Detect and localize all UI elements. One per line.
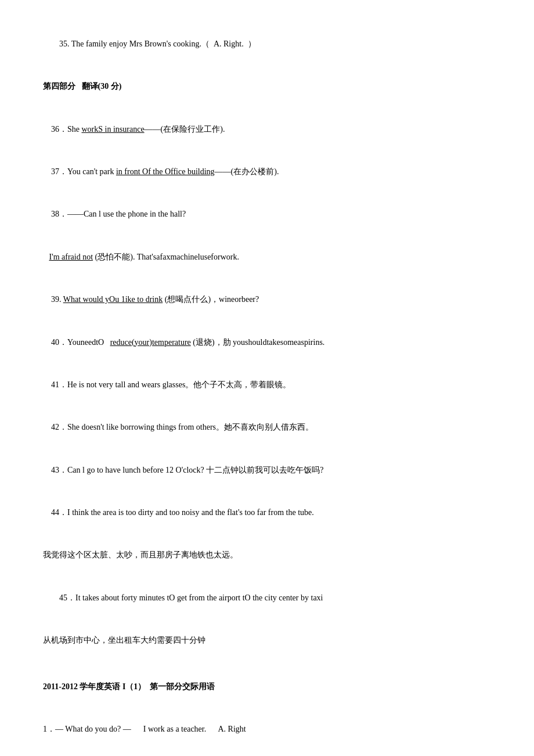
- line-q1: 1．— What do you do? — I work as a teache…: [35, 708, 499, 750]
- line-38: 38．——Can l use the phone in the hall?: [35, 194, 499, 235]
- line-44: 44．I think the area is too dirty and too…: [35, 492, 499, 533]
- line-35: 35. The family enjoy Mrs Brown's cooking…: [35, 23, 499, 64]
- line-45-zh: 从机场到市中心，坐出租车大约需要四十分钟: [35, 620, 499, 661]
- line-q2: 2．— Would you like some crisps?—No, I'm …: [35, 751, 499, 756]
- line-36: 36．She workS in insurance——(在保险行业工作).: [35, 109, 499, 150]
- section-2011: 2011-2012 学年度英语 I（1） 第一部分交际用语: [35, 666, 499, 707]
- line-41: 41．He is not very tall and wears glasses…: [35, 364, 499, 405]
- line-42: 42．She doesn't like borrowing things fro…: [35, 407, 499, 448]
- section-part4: 第四部分 翻译(30 分): [35, 66, 499, 107]
- line-40: 40．YouneedtO reduce(your)temperature (退烧…: [35, 322, 499, 363]
- line-38b: I'm afraid not (恐怕不能). That'safaxmachine…: [35, 236, 499, 278]
- line-37: 37．You can't park in front Of the Office…: [35, 151, 499, 192]
- page-content: 35. The family enjoy Mrs Brown's cooking…: [35, 23, 499, 756]
- line-45: 45．It takes about forty minutes tO get f…: [35, 577, 499, 618]
- line-39: 39. What would yOu 1ike to drink (想喝点什么)…: [35, 279, 499, 320]
- line-44-zh: 我觉得这个区太脏、太吵，而且那房子离地铁也太远。: [35, 535, 499, 576]
- line-43: 43．Can l go to have lunch before 12 O'cl…: [35, 449, 499, 491]
